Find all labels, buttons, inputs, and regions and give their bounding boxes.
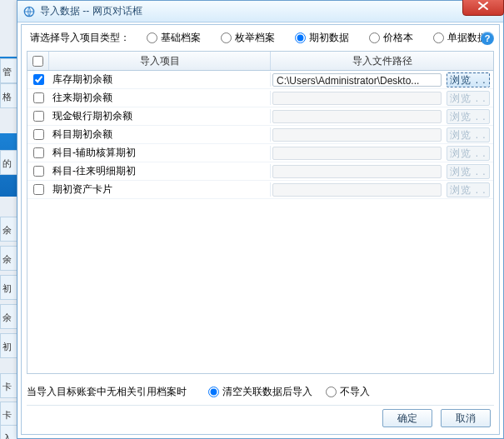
missing-ref-row: 当导入目标账套中无相关引用档案时 清空关联数据后导入不导入 bbox=[27, 382, 494, 401]
titlebar[interactable]: 导入数据 -- 网页对话框 bbox=[17, 1, 503, 22]
type-radio-1[interactable]: 枚举档案 bbox=[221, 31, 275, 45]
browse-button[interactable]: 浏览 . . bbox=[447, 72, 490, 87]
browse-button: 浏览 . . bbox=[447, 91, 490, 106]
row-item-label: 科目-辅助核算期初 bbox=[49, 146, 271, 160]
divider bbox=[27, 405, 494, 406]
import-type-row: 请选择导入项目类型： 基础档案枚举档案期初数据价格本单据数据 ? bbox=[22, 25, 499, 49]
bg-cell: 卡单 bbox=[0, 373, 18, 398]
assoc-radio-label: 不导入 bbox=[340, 385, 370, 399]
row-item-label: 往来期初余额 bbox=[49, 91, 271, 105]
import-type-radio-group: 基础档案枚举档案期初数据价格本单据数据 bbox=[147, 31, 487, 45]
type-radio-3[interactable]: 价格本 bbox=[369, 31, 413, 45]
path-input bbox=[272, 128, 442, 142]
row-checkbox-cell bbox=[27, 92, 49, 103]
bg-cell: 格 bbox=[0, 83, 18, 108]
type-radio-input[interactable] bbox=[433, 32, 444, 43]
header-checkbox-cell bbox=[27, 52, 49, 70]
row-path-cell: 浏览 . . bbox=[271, 91, 493, 106]
path-input bbox=[272, 165, 442, 178]
path-input bbox=[272, 92, 442, 105]
row-checkbox[interactable] bbox=[33, 92, 44, 103]
bg-cell: 余额 bbox=[0, 304, 18, 329]
row-checkbox[interactable] bbox=[33, 111, 44, 122]
browse-button: 浏览 . . bbox=[447, 164, 490, 179]
path-input bbox=[272, 147, 442, 160]
bg-cell: 余额 bbox=[0, 217, 18, 242]
type-radio-label: 期初数据 bbox=[309, 31, 349, 45]
import-type-label: 请选择导入项目类型： bbox=[30, 31, 130, 45]
row-path-cell: 浏览 . . bbox=[271, 109, 493, 124]
type-radio-4[interactable]: 单据数据 bbox=[433, 31, 487, 45]
missing-ref-label: 当导入目标账套中无相关引用档案时 bbox=[27, 385, 187, 399]
row-checkbox-cell bbox=[27, 74, 49, 85]
row-checkbox-cell bbox=[27, 129, 49, 140]
path-input bbox=[272, 183, 442, 197]
browse-button: 浏览 . . bbox=[447, 182, 490, 197]
table-row: 往来期初余额浏览 . . bbox=[27, 89, 493, 107]
path-input[interactable]: C:\Users\Administrator\Deskto... bbox=[272, 73, 442, 87]
browse-button: 浏览 . . bbox=[447, 146, 490, 161]
assoc-radio-input[interactable] bbox=[208, 387, 219, 397]
row-item-label: 期初资产卡片 bbox=[49, 182, 271, 197]
bg-cell: 管 bbox=[0, 58, 18, 83]
table-row: 科目期初余额浏览 . . bbox=[27, 126, 493, 144]
row-path-cell: 浏览 . . bbox=[271, 164, 493, 179]
assoc-radio-1[interactable]: 不导入 bbox=[326, 385, 370, 399]
row-checkbox[interactable] bbox=[33, 74, 44, 85]
bg-cell: 卡单 bbox=[0, 402, 18, 427]
row-checkbox-cell bbox=[27, 111, 49, 122]
table-row: 现金银行期初余额浏览 . . bbox=[27, 107, 493, 126]
ok-button[interactable]: 确定 bbox=[382, 409, 432, 427]
type-radio-label: 枚举档案 bbox=[235, 31, 275, 45]
missing-ref-radio-group: 清空关联数据后导入不导入 bbox=[208, 385, 370, 399]
bg-cell: 初效 bbox=[0, 333, 18, 358]
type-radio-label: 基础档案 bbox=[161, 31, 201, 45]
select-all-checkbox[interactable] bbox=[32, 56, 43, 67]
row-path-cell: C:\Users\Administrator\Deskto...浏览 . . bbox=[271, 72, 493, 87]
bg-cell: 初效 bbox=[0, 275, 18, 300]
grid-header: 导入项目 导入文件路径 bbox=[27, 52, 493, 71]
row-path-cell: 浏览 . . bbox=[271, 182, 493, 197]
type-radio-input[interactable] bbox=[295, 32, 306, 43]
header-path: 导入文件路径 bbox=[271, 52, 493, 70]
row-checkbox[interactable] bbox=[33, 147, 44, 158]
browse-button: 浏览 . . bbox=[447, 127, 490, 142]
table-row: 期初资产卡片浏览 . . bbox=[27, 181, 493, 199]
row-item-label: 库存期初余额 bbox=[49, 72, 271, 87]
bg-cell: 的手 bbox=[0, 150, 18, 175]
type-radio-input[interactable] bbox=[147, 32, 157, 43]
row-checkbox-cell bbox=[27, 166, 49, 177]
close-icon bbox=[477, 1, 489, 11]
row-item-label: 科目-往来明细期初 bbox=[49, 164, 271, 178]
row-checkbox-cell bbox=[27, 184, 49, 195]
type-radio-label: 价格本 bbox=[383, 31, 413, 45]
path-input bbox=[272, 110, 442, 123]
dialog-button-row: 确定 取消 bbox=[382, 409, 491, 427]
row-checkbox[interactable] bbox=[33, 129, 44, 140]
row-item-label: 现金银行期初余额 bbox=[49, 109, 271, 123]
assoc-radio-0[interactable]: 清空关联数据后导入 bbox=[208, 385, 312, 399]
close-button[interactable] bbox=[462, 0, 504, 16]
window-title: 导入数据 -- 网页对话框 bbox=[40, 4, 142, 18]
type-radio-2[interactable]: 期初数据 bbox=[295, 31, 349, 45]
assoc-radio-label: 清空关联数据后导入 bbox=[222, 385, 312, 399]
table-row: 科目-往来明细期初浏览 . . bbox=[27, 162, 493, 181]
import-grid: 导入项目 导入文件路径 库存期初余额C:\Users\Administrator… bbox=[27, 51, 494, 374]
type-radio-0[interactable]: 基础档案 bbox=[147, 31, 201, 45]
grid-body: 库存期初余额C:\Users\Administrator\Deskto...浏览… bbox=[27, 71, 493, 199]
table-row: 库存期初余额C:\Users\Administrator\Deskto...浏览… bbox=[27, 71, 493, 89]
bg-cell: 入库 bbox=[0, 425, 18, 439]
row-checkbox[interactable] bbox=[33, 184, 44, 195]
type-radio-input[interactable] bbox=[221, 32, 232, 43]
import-dialog: 导入数据 -- 网页对话框 请选择导入项目类型： 基础档案枚举档案期初数据价格本… bbox=[17, 0, 504, 439]
cancel-button[interactable]: 取消 bbox=[441, 409, 491, 427]
type-radio-input[interactable] bbox=[369, 32, 380, 43]
help-icon[interactable]: ? bbox=[481, 32, 494, 45]
ie-page-icon bbox=[22, 5, 36, 18]
row-item-label: 科目期初余额 bbox=[49, 127, 271, 142]
header-item: 导入项目 bbox=[49, 52, 271, 70]
row-path-cell: 浏览 . . bbox=[271, 127, 493, 142]
table-row: 科目-辅助核算期初浏览 . . bbox=[27, 144, 493, 162]
assoc-radio-input[interactable] bbox=[326, 387, 337, 397]
row-checkbox[interactable] bbox=[33, 166, 44, 177]
